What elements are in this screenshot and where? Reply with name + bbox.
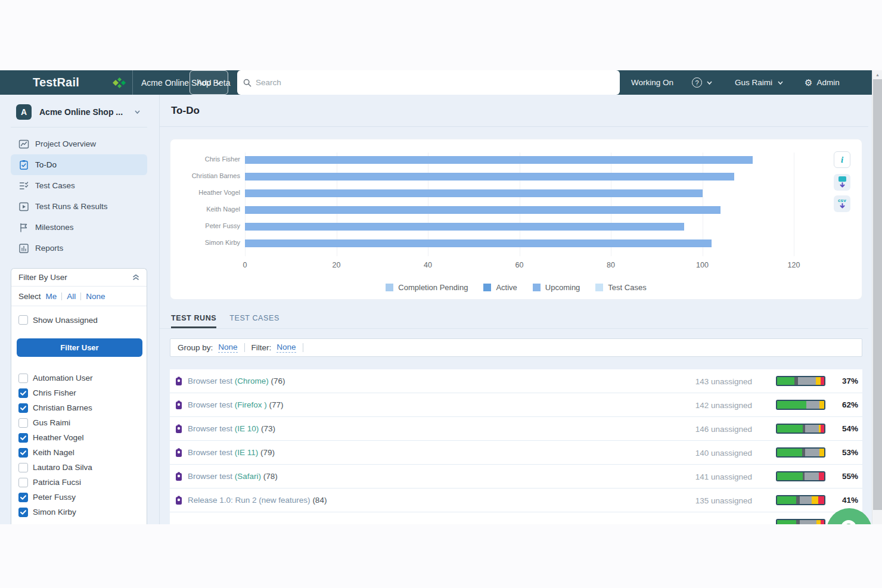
sidebar-item-test-runs-results[interactable]: Test Runs & Results xyxy=(11,196,147,217)
test-run-link[interactable]: Browser test (Chrome) (76) xyxy=(188,377,285,385)
filter-by-user-panel: Filter By User Select Me All None Show U… xyxy=(11,268,147,524)
legend-label: Test Cases xyxy=(608,283,646,292)
progress-segment-red xyxy=(821,377,824,385)
user-name-label: Heather Vogel xyxy=(33,433,84,442)
run-name-text: Browser test xyxy=(188,400,235,409)
sidebar-item-milestones[interactable]: Milestones xyxy=(11,217,147,238)
sidebar-item-to-do[interactable]: To-Do xyxy=(11,154,147,175)
tab-test-runs[interactable]: TEST RUNS xyxy=(171,314,216,328)
user-name-label: Chris Fisher xyxy=(33,388,76,397)
filter-user-button[interactable]: Filter User xyxy=(17,338,142,357)
test-run-icon xyxy=(175,496,182,505)
user-filter-list: Automation UserChris FisherChristian Bar… xyxy=(18,371,141,519)
checked-checkbox[interactable] xyxy=(18,493,28,502)
progress-segment-red xyxy=(818,496,824,504)
filter-value-link[interactable]: None xyxy=(277,343,296,353)
run-config-text: (Safari) xyxy=(235,472,263,481)
user-filter-item[interactable]: Lautaro Da Silva xyxy=(18,460,141,475)
unchecked-checkbox[interactable] xyxy=(18,374,28,383)
sidebar-item-reports[interactable]: Reports xyxy=(11,238,147,259)
todo-icon xyxy=(18,160,29,170)
unassigned-count: 141 unassigned xyxy=(695,472,752,481)
user-filter-item[interactable]: Simon Kirby xyxy=(18,505,141,519)
user-filter-item[interactable]: Patricia Fucsi xyxy=(18,475,141,490)
progress-segment-green xyxy=(777,377,794,385)
test-run-link[interactable]: Browser test (Safari) (78) xyxy=(188,472,278,481)
show-unassigned-checkbox[interactable] xyxy=(18,315,28,325)
legend-item[interactable]: Upcoming xyxy=(533,283,580,292)
tab-test-cases[interactable]: TEST CASES xyxy=(229,314,279,328)
run-config-text: (Firefox ) xyxy=(235,400,269,409)
unassigned-count: 142 unassigned xyxy=(695,401,752,410)
collapse-icon[interactable] xyxy=(132,274,139,281)
testrail-logo[interactable]: TestRail xyxy=(33,70,79,95)
user-filter-item[interactable]: Peter Fussy xyxy=(18,490,141,505)
test-run-link[interactable]: Browser test (IE 10) (73) xyxy=(188,424,275,433)
run-name-text: Release 1.0: Run 2 (new features) xyxy=(188,496,312,505)
group-by-value-link[interactable]: None xyxy=(218,343,237,353)
test-run-link[interactable]: Release 1.0: Run 2 (new features) (84) xyxy=(188,496,327,505)
category-label: Simon Kirby xyxy=(170,239,240,247)
user-filter-item[interactable]: Gus Raimi xyxy=(18,415,141,430)
progress-segment-gray xyxy=(805,472,819,480)
vertical-scrollbar[interactable]: ▲ xyxy=(872,70,882,524)
user-filter-item[interactable]: Heather Vogel xyxy=(18,430,141,445)
sidebar-item-test-cases[interactable]: Test Cases xyxy=(11,175,147,196)
user-name-label: Peter Fussy xyxy=(33,493,76,502)
progress-segment-yellow xyxy=(819,449,824,456)
unchecked-checkbox[interactable] xyxy=(18,463,28,472)
add-button[interactable]: Add xyxy=(190,70,228,95)
testrail-page: TestRail Acme Online Shop Beta Add xyxy=(0,0,882,588)
user-name-label: Gus Raimi xyxy=(33,418,70,427)
show-unassigned-option[interactable]: Show Unassigned xyxy=(18,315,98,325)
user-filter-item[interactable]: Keith Nagel xyxy=(18,445,141,460)
select-all-link[interactable]: All xyxy=(67,292,76,301)
progress-bar xyxy=(776,519,825,524)
search-input[interactable] xyxy=(256,78,614,87)
legend-label: Upcoming xyxy=(545,283,580,292)
help-menu[interactable]: ? xyxy=(692,70,712,95)
sidebar-item-label: Reports xyxy=(35,244,63,253)
chart-bar xyxy=(245,206,720,214)
user-filter-item[interactable]: Automation User xyxy=(18,371,141,385)
chart-tools: i csv xyxy=(834,151,850,212)
gear-icon: ⚙ xyxy=(805,78,812,87)
unchecked-checkbox[interactable] xyxy=(18,478,28,487)
checked-checkbox[interactable] xyxy=(18,388,28,398)
legend-item[interactable]: Active xyxy=(483,283,517,292)
checked-checkbox[interactable] xyxy=(18,433,28,443)
test-run-row: Browser test (IE 10) (73)146 unassigned5… xyxy=(170,417,862,441)
select-me-link[interactable]: Me xyxy=(46,292,57,301)
sidebar-item-project-overview[interactable]: Project Overview xyxy=(11,133,147,154)
scrollbar-thumb[interactable] xyxy=(873,79,882,510)
working-on-menu[interactable]: Working On xyxy=(631,70,673,95)
checked-checkbox[interactable] xyxy=(18,508,28,517)
user-filter-item[interactable]: Christian Barnes xyxy=(18,400,141,415)
legend-item[interactable]: Test Cases xyxy=(595,283,646,292)
user-filter-item[interactable]: Chris Fisher xyxy=(18,385,141,400)
list-toolbar: Group by: None Filter: None xyxy=(170,338,862,357)
unchecked-checkbox[interactable] xyxy=(18,418,28,428)
legend-item[interactable]: Completion Pending xyxy=(386,283,468,292)
checked-checkbox[interactable] xyxy=(18,448,28,458)
download-csv-button[interactable]: csv xyxy=(834,195,850,212)
admin-menu[interactable]: ⚙ Admin xyxy=(805,70,840,95)
download-chart-button[interactable] xyxy=(834,174,850,191)
chart-info-button[interactable]: i xyxy=(834,151,850,168)
progress-segment-gray xyxy=(806,401,819,409)
checked-checkbox[interactable] xyxy=(18,403,28,413)
info-icon: i xyxy=(841,155,843,165)
user-menu[interactable]: Gus Raimi xyxy=(735,70,783,95)
scrollbar-up-arrow[interactable]: ▲ xyxy=(872,70,882,79)
chevron-down-icon xyxy=(778,81,783,85)
project-selector[interactable]: A Acme Online Shop ... xyxy=(11,102,147,121)
test-run-link[interactable]: Browser test (IE 11) (79) xyxy=(188,448,275,457)
overview-icon xyxy=(18,139,29,150)
chart-bar xyxy=(245,173,734,181)
chart-gridline xyxy=(794,153,794,256)
csv-icon: csv xyxy=(838,198,846,203)
test-run-link[interactable]: Browser test (Firefox ) (77) xyxy=(188,400,284,409)
progress-segment-red xyxy=(821,425,824,433)
progress-segment-gray xyxy=(800,496,812,504)
select-none-link[interactable]: None xyxy=(86,292,105,301)
